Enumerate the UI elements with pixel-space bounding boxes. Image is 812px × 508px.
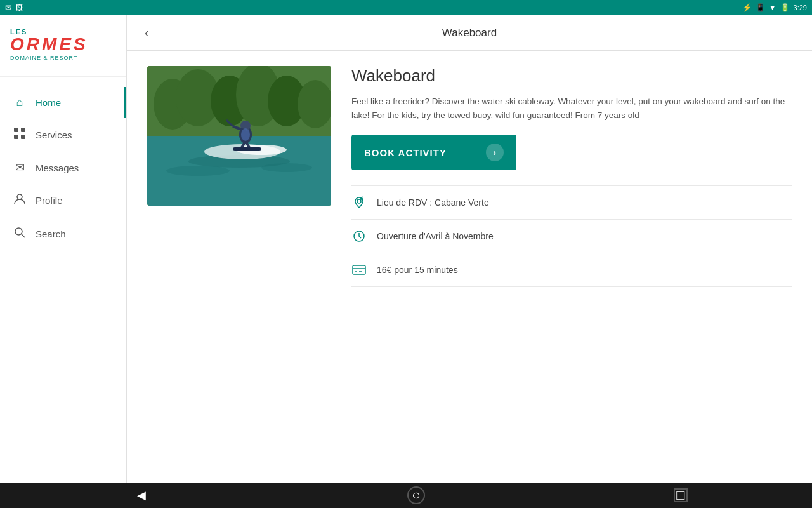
svg-rect-3 — [21, 135, 25, 139]
svg-rect-0 — [14, 128, 18, 132]
card-icon — [351, 262, 367, 277]
android-back-button[interactable]: ◀ — [124, 485, 159, 506]
book-btn-arrow-icon: › — [486, 144, 504, 161]
profile-icon — [13, 192, 27, 208]
sidebar-item-search[interactable]: Search — [0, 217, 126, 251]
sidebar-label-messages: Messages — [36, 163, 79, 173]
svg-rect-32 — [353, 265, 365, 274]
sidebar-label-home: Home — [36, 97, 61, 108]
sidebar-label-services: Services — [36, 130, 72, 140]
svg-point-17 — [166, 166, 230, 176]
svg-point-29 — [357, 199, 361, 203]
header-title: Wakeboard — [442, 27, 497, 39]
book-btn-label: BOOK ACTIVITY — [364, 147, 447, 158]
android-home-button[interactable]: ○ — [407, 486, 425, 504]
book-activity-button[interactable]: BOOK ACTIVITY › — [351, 135, 516, 170]
bottom-bar: ◀ ○ □ — [0, 483, 812, 508]
detail-hours: Ouverture d'Avril à Novembre — [351, 220, 792, 253]
logo-ormes: ORMES — [10, 36, 116, 53]
sidebar-label-profile: Profile — [36, 195, 63, 206]
detail-price: 16€ pour 15 minutes — [351, 253, 792, 287]
svg-point-18 — [261, 163, 312, 172]
android-recent-button[interactable]: □ — [674, 488, 688, 502]
detail-location-text: Lieu de RDV : Cabane Verte — [377, 197, 489, 208]
svg-line-6 — [22, 234, 25, 237]
services-icon — [13, 127, 27, 143]
sidebar-nav: ⌂ Home Services ✉ Messages — [0, 77, 126, 483]
activity-info: Wakeboard Feel like a freerider? Discove… — [351, 66, 792, 287]
activity-title: Wakeboard — [351, 66, 792, 86]
logo-sub: DOMAINE & RESORT — [10, 55, 116, 61]
clock-icon — [351, 229, 367, 244]
search-icon — [13, 226, 27, 242]
status-bar-left: ✉ 🖼 — [5, 3, 23, 12]
sidebar-item-home[interactable]: ⌂ Home — [0, 87, 126, 118]
detail-hours-text: Ouverture d'Avril à Novembre — [377, 231, 494, 241]
svg-rect-1 — [21, 128, 25, 132]
svg-rect-27 — [233, 147, 261, 151]
svg-point-5 — [15, 228, 22, 235]
time-display: 3:29 — [794, 4, 807, 11]
svg-rect-2 — [14, 135, 18, 139]
activity-details: Lieu de RDV : Cabane Verte Ouverture d'A… — [351, 185, 792, 287]
status-bar: ✉ 🖼 ⚡ 📱 ▼ 🔋 3:29 — [0, 0, 812, 15]
svg-point-30 — [360, 197, 363, 200]
bluetooth-icon: ⚡ — [742, 3, 752, 12]
main-layout: LES ORMES DOMAINE & RESORT ⌂ Home — [0, 15, 812, 483]
detail-price-text: 16€ pour 15 minutes — [377, 265, 458, 275]
wifi-icon: ▼ — [769, 3, 776, 12]
sidebar: LES ORMES DOMAINE & RESORT ⌂ Home — [0, 15, 127, 483]
message-icon: ✉ — [5, 3, 11, 12]
home-icon: ⌂ — [13, 96, 27, 109]
svg-point-4 — [17, 194, 22, 199]
activity-container: Wakeboard Feel like a freerider? Discove… — [147, 66, 792, 287]
logo-ormes-text: ORMES — [10, 34, 88, 54]
status-bar-right: ⚡ 📱 ▼ 🔋 3:29 — [742, 3, 807, 12]
sidebar-label-search: Search — [36, 229, 66, 239]
detail-location: Lieu de RDV : Cabane Verte — [351, 185, 792, 220]
gallery-icon: 🖼 — [15, 3, 23, 12]
location-icon — [351, 195, 367, 210]
phone-icon: 📱 — [756, 3, 765, 12]
back-button[interactable]: ‹ — [140, 20, 154, 45]
sidebar-item-profile[interactable]: Profile — [0, 184, 126, 217]
logo-area: LES ORMES DOMAINE & RESORT — [0, 15, 126, 77]
sidebar-item-services[interactable]: Services — [0, 118, 126, 152]
content-area: ‹ Wakeboard — [127, 15, 812, 483]
sidebar-item-messages[interactable]: ✉ Messages — [0, 152, 126, 184]
svg-point-28 — [241, 128, 250, 141]
battery-icon: 🔋 — [780, 3, 790, 12]
activity-image — [147, 66, 331, 206]
activity-description: Feel like a freerider? Discover the wate… — [351, 95, 792, 122]
content-body: Wakeboard Feel like a freerider? Discove… — [127, 51, 812, 483]
messages-icon: ✉ — [13, 161, 27, 175]
header-bar: ‹ Wakeboard — [127, 15, 812, 51]
